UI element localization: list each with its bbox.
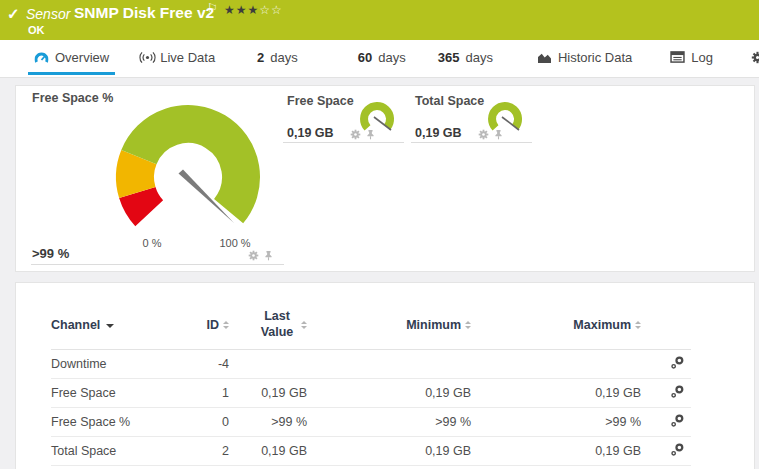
sort-icon xyxy=(223,318,229,332)
edit-channel-icon[interactable] xyxy=(670,413,685,428)
cell-id: 2 xyxy=(181,437,229,466)
tab-label: days xyxy=(270,50,297,65)
sensor-header: ✓ Sensor SNMP Disk Free v2 ⚐ ★★★☆☆ OK xyxy=(0,0,759,40)
tab-60-days[interactable]: 60 days xyxy=(352,43,412,75)
sort-icon xyxy=(301,318,307,332)
tab-number: 2 xyxy=(257,50,264,65)
tab-label: Historic Data xyxy=(558,50,632,65)
header-label: Minimum xyxy=(406,318,461,332)
priority-stars[interactable]: ★★★☆☆ xyxy=(224,3,283,17)
tab-label: Log xyxy=(691,50,713,65)
tab-historic-data[interactable]: Historic Data xyxy=(531,43,638,75)
table-row: Free Space 1 0,19 GB 0,19 GB 0,19 GB xyxy=(51,379,691,408)
header-label: Channel xyxy=(51,318,100,332)
tab-bar: Overview Live Data 2 days 60 days 365 da… xyxy=(0,40,759,78)
cell-edit xyxy=(641,379,691,408)
stars-empty[interactable]: ☆☆ xyxy=(259,3,283,17)
cell-channel: Free Space % xyxy=(51,408,181,437)
gauge-widget-total-space: Total Space 0,19 GB xyxy=(411,86,532,143)
channels-table: Channel ID Last Value Minimum Maximum Do… xyxy=(51,301,691,466)
table-header-row: Channel ID Last Value Minimum Maximum xyxy=(51,301,691,350)
pin-icon[interactable] xyxy=(365,129,376,140)
priority-flag-icon[interactable]: ⚐ xyxy=(207,1,218,15)
gauge-icon xyxy=(34,51,49,65)
gauge-value: 0,19 GB xyxy=(415,126,462,140)
overview-panel: Free Space % 0 % 100 % >99 % Free Space … xyxy=(15,85,755,272)
header-edit xyxy=(641,301,691,350)
cell-minimum xyxy=(307,350,471,379)
header-last-value[interactable]: Last Value xyxy=(229,301,307,350)
edit-channel-icon[interactable] xyxy=(670,384,685,399)
gear-icon[interactable] xyxy=(478,129,489,140)
cell-maximum: >99 % xyxy=(471,408,641,437)
prtg-sensor-page: ✓ Sensor SNMP Disk Free v2 ⚐ ★★★☆☆ OK Ov… xyxy=(0,0,759,469)
cell-edit xyxy=(641,350,691,379)
pin-icon[interactable] xyxy=(263,250,274,261)
edit-channel-icon[interactable] xyxy=(670,442,685,457)
gauge-title: Free Space % xyxy=(32,91,113,105)
tab-2-days[interactable]: 2 days xyxy=(251,43,304,75)
tab-live-data[interactable]: Live Data xyxy=(133,43,221,75)
header-id[interactable]: ID xyxy=(181,301,229,350)
pin-icon[interactable] xyxy=(493,129,504,140)
cell-edit xyxy=(641,437,691,466)
sort-icon xyxy=(465,318,471,332)
status-ok-check-icon: ✓ xyxy=(7,5,20,23)
cell-id: -4 xyxy=(181,350,229,379)
sort-icon xyxy=(635,318,641,332)
cell-maximum: 0,19 GB xyxy=(471,437,641,466)
gauge-value: 0,19 GB xyxy=(287,126,334,140)
header-minimum[interactable]: Minimum xyxy=(307,301,471,350)
tab-number: 60 xyxy=(358,50,372,65)
cell-channel: Free Space xyxy=(51,379,181,408)
gear-icon[interactable] xyxy=(248,250,259,261)
tab-label: Overview xyxy=(55,50,109,65)
cell-last-value: 0,19 GB xyxy=(229,379,307,408)
cell-minimum: >99 % xyxy=(307,408,471,437)
cell-edit xyxy=(641,408,691,437)
gear-icon xyxy=(751,51,759,65)
tab-label: Live Data xyxy=(160,50,215,65)
header-label: Last Value xyxy=(257,309,297,340)
edit-channel-icon[interactable] xyxy=(670,355,685,370)
cell-channel: Total Space xyxy=(51,437,181,466)
tab-label: days xyxy=(465,50,492,65)
gauge-value: >99 % xyxy=(32,246,69,261)
gauge-title: Total Space xyxy=(415,94,484,108)
table-row: Free Space % 0 >99 % >99 % >99 % xyxy=(51,408,691,437)
area-chart-icon xyxy=(537,51,552,65)
tab-log[interactable]: Log xyxy=(664,43,719,75)
sort-desc-icon xyxy=(106,324,114,332)
gauge-scale-min: 0 % xyxy=(132,237,172,249)
gear-icon[interactable] xyxy=(350,129,361,140)
header-maximum[interactable]: Maximum xyxy=(471,301,641,350)
tab-settings[interactable]: Settings xyxy=(745,43,759,75)
broadcast-icon xyxy=(139,51,154,65)
cell-id: 0 xyxy=(181,408,229,437)
cell-last-value: 0,19 GB xyxy=(229,437,307,466)
gauge-widget-free-space: Free Space 0,19 GB xyxy=(283,86,404,143)
table-row: Total Space 2 0,19 GB 0,19 GB 0,19 GB xyxy=(51,437,691,466)
tab-number: 365 xyxy=(438,50,460,65)
header-channel[interactable]: Channel xyxy=(51,301,181,350)
cell-maximum: 0,19 GB xyxy=(471,379,641,408)
gauge-title: Free Space xyxy=(287,94,354,108)
object-kind-label: Sensor xyxy=(26,6,70,22)
gauge-scale-max: 100 % xyxy=(215,237,255,249)
tab-label: days xyxy=(378,50,405,65)
cell-minimum: 0,19 GB xyxy=(307,437,471,466)
cell-channel: Downtime xyxy=(51,350,181,379)
status-badge: OK xyxy=(28,24,45,36)
cell-maximum xyxy=(471,350,641,379)
table-row: Downtime -4 xyxy=(51,350,691,379)
cell-id: 1 xyxy=(181,379,229,408)
header-label: ID xyxy=(207,318,220,332)
cell-minimum: 0,19 GB xyxy=(307,379,471,408)
cell-last-value: >99 % xyxy=(229,408,307,437)
channels-panel: Channel ID Last Value Minimum Maximum Do… xyxy=(15,282,755,469)
stars-filled[interactable]: ★★★ xyxy=(224,3,259,17)
sensor-title: SNMP Disk Free v2 xyxy=(74,4,214,22)
tab-overview[interactable]: Overview xyxy=(28,43,115,75)
tab-365-days[interactable]: 365 days xyxy=(432,43,499,75)
header-label: Maximum xyxy=(573,318,631,332)
